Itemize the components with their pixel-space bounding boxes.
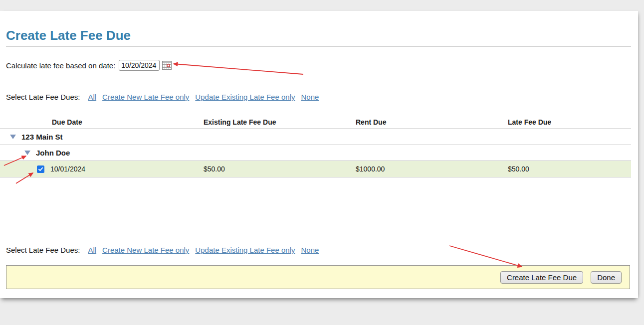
chevron-down-icon[interactable] xyxy=(10,135,16,139)
chevron-down-icon[interactable] xyxy=(24,151,30,155)
calc-date-input[interactable] xyxy=(119,60,160,71)
select-all-link[interactable]: All xyxy=(88,93,96,101)
property-group-row: 123 Main St xyxy=(0,129,631,145)
page-title: Create Late Fee Due xyxy=(6,28,638,43)
action-footer-bar: Create Late Fee Due Done xyxy=(6,265,630,289)
cell-due-date: 10/01/2024 xyxy=(50,165,85,173)
tenant-group-label: John Doe xyxy=(36,149,70,157)
select-dues-label: Select Late Fee Dues: xyxy=(6,246,80,254)
create-late-fee-due-button[interactable]: Create Late Fee Due xyxy=(500,271,583,284)
row-checkbox[interactable] xyxy=(37,165,44,173)
title-divider xyxy=(6,46,631,47)
select-create-new-only-link[interactable]: Create New Late Fee only xyxy=(102,246,189,254)
table-row: 10/01/2024 $50.00 $1000.00 $50.00 xyxy=(0,161,631,177)
header-late-fee-due: Late Fee Due xyxy=(456,118,631,126)
checkmark-icon xyxy=(38,166,43,172)
select-none-link[interactable]: None xyxy=(301,93,319,101)
cell-rent-due: $1000.00 xyxy=(304,165,456,173)
header-due-date: Due Date xyxy=(0,118,152,126)
calendar-icon[interactable] xyxy=(162,61,172,70)
cell-existing-late-fee-due: $50.00 xyxy=(152,165,304,173)
calc-date-row: Calculate late fee based on date: xyxy=(6,59,638,71)
select-create-new-only-link[interactable]: Create New Late Fee only xyxy=(102,93,189,101)
select-none-link[interactable]: None xyxy=(301,246,319,254)
header-rent-due: Rent Due xyxy=(304,118,456,126)
late-fee-table: Due Date Existing Late Fee Due Rent Due … xyxy=(0,118,631,177)
header-existing-late-fee-due: Existing Late Fee Due xyxy=(152,118,304,126)
select-all-link[interactable]: All xyxy=(88,246,96,254)
calc-date-label: Calculate late fee based on date: xyxy=(6,61,115,70)
select-update-existing-only-link[interactable]: Update Existing Late Fee only xyxy=(195,93,295,101)
calendar-icon-glyph xyxy=(162,61,172,70)
property-group-label: 123 Main St xyxy=(21,133,63,141)
cell-late-fee-due: $50.00 xyxy=(456,165,631,173)
select-dues-label: Select Late Fee Dues: xyxy=(6,93,80,101)
select-dues-row-bottom: Select Late Fee Dues: All Create New Lat… xyxy=(0,246,638,254)
table-header-row: Due Date Existing Late Fee Due Rent Due … xyxy=(0,118,631,129)
select-dues-row-top: Select Late Fee Dues: All Create New Lat… xyxy=(0,93,638,101)
select-update-existing-only-link[interactable]: Update Existing Late Fee only xyxy=(195,246,295,254)
content-panel: Create Late Fee Due Calculate late fee b… xyxy=(0,11,638,298)
done-button[interactable]: Done xyxy=(591,271,622,284)
tenant-group-row: John Doe xyxy=(0,145,631,161)
